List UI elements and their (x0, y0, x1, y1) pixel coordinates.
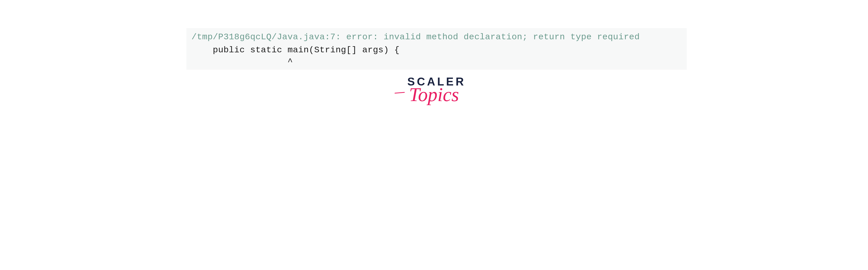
source-code-line: public static main(String[] args) { (191, 44, 682, 57)
error-message-line: /tmp/P318g6qcLQ/Java.java:7: error: inva… (191, 31, 682, 44)
error-caret-line: ^ (191, 57, 682, 67)
scaler-topics-logo: SCALER Topics (402, 75, 466, 106)
logo-sub-text: Topics (402, 83, 466, 106)
compiler-error-output: /tmp/P318g6qcLQ/Java.java:7: error: inva… (186, 28, 687, 70)
